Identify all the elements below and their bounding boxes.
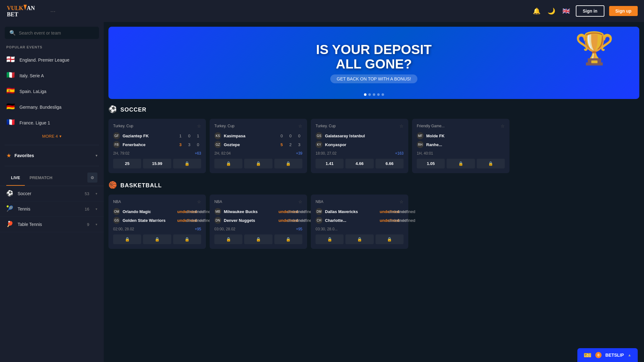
banner-dot-2[interactable]: [368, 93, 371, 96]
score-t2-h2: 3: [186, 142, 192, 147]
odd-btn-locked[interactable]: 🔒: [345, 234, 373, 244]
team-row-2: KY Konyaspor: [316, 141, 404, 148]
more-markets[interactable]: +95: [195, 227, 201, 231]
odd-btn-1[interactable]: 4.66: [345, 159, 373, 168]
more-markets[interactable]: +163: [395, 151, 404, 156]
sidebar-item-ligue1[interactable]: 🇫🇷 France. Ligue 1: [0, 115, 104, 131]
match-time: 02:00, 28.02: [113, 227, 134, 231]
odd-btn-locked[interactable]: 🔒: [214, 159, 242, 168]
favorite-icon[interactable]: ☆: [399, 123, 404, 129]
favorite-icon[interactable]: ☆: [197, 123, 201, 129]
betslip-bar[interactable]: 🎫 0 BETSLIP ▲: [577, 348, 638, 362]
team1-logo: MF: [417, 132, 424, 139]
card-teams: OM Orlando Magic undefined undefined und…: [113, 208, 201, 224]
league-name: Spain. LaLiga: [19, 89, 97, 94]
odd-btn-locked[interactable]: 🔒: [477, 159, 505, 168]
sidebar-sport-table-tennis[interactable]: 🏓 Table Tennis 9 ▾: [0, 217, 104, 232]
odd-btn-2[interactable]: 6.66: [376, 159, 404, 168]
favorite-icon[interactable]: ☆: [197, 199, 201, 204]
basketball-label: BASKETBALL: [120, 182, 162, 189]
soccer-label: SOCCER: [120, 107, 146, 113]
logo[interactable]: VULK AN BET: [6, 3, 44, 19]
score-t1-h1: undefined: [278, 209, 285, 214]
card-footer: 2H, 79:02 +63: [113, 151, 201, 156]
banner-dot-3[interactable]: [373, 93, 375, 96]
team-row-1: KS Kasimpasa 0 0 0: [214, 132, 302, 139]
prematch-tab[interactable]: PREMATCH: [25, 173, 57, 183]
favorite-icon[interactable]: ☆: [298, 199, 302, 204]
search-bar[interactable]: 🔍: [5, 27, 99, 39]
score-t2-h1: 5: [278, 142, 285, 147]
sidebar-item-la-liga[interactable]: 🇪🇸 Spain. LaLiga: [0, 84, 104, 99]
odd-btn-locked[interactable]: 🔒: [113, 234, 141, 244]
sidebar-item-epl[interactable]: 🏴󠁧󠁢󠁥󠁮󠁧󠁿 England. Premier League: [0, 52, 104, 68]
more-markets[interactable]: +63: [195, 151, 201, 156]
odd-btn-locked[interactable]: 🔒: [244, 159, 272, 168]
promo-banner[interactable]: IS YOUR DEPOSIT ALL GONE? GET BACK ON TO…: [108, 27, 639, 99]
sidebar-sport-tennis[interactable]: 🎾 Tennis 16 ▾: [0, 201, 104, 217]
sign-in-button[interactable]: Sign in: [576, 5, 604, 17]
odd-btn-locked[interactable]: 🔒: [316, 234, 344, 244]
card-header: NBA ☆: [316, 199, 404, 204]
language-icon[interactable]: 🇬🇧: [561, 6, 571, 16]
match-card-tc2: Turkey. Cup ☆ KS Kasimpasa 0 0 0 GZ Gozt…: [210, 119, 307, 173]
card-header: Turkey. Cup ☆: [214, 123, 302, 129]
sidebar-item-serie-a[interactable]: 🇮🇹 Italy. Serie A: [0, 68, 104, 84]
more-leagues-button[interactable]: MORE 4 ▾: [0, 131, 104, 142]
match-time: 03:30, 28.0...: [316, 227, 338, 231]
notifications-icon[interactable]: 🔔: [531, 6, 542, 16]
odd-btn-locked[interactable]: 🔒: [244, 234, 272, 244]
more-markets[interactable]: +95: [296, 227, 302, 231]
odd-btn-1[interactable]: 15.99: [143, 159, 171, 168]
score-t2-h2: undefined: [388, 218, 395, 223]
search-input[interactable]: [19, 30, 94, 36]
banner-dot-5[interactable]: [382, 93, 384, 96]
sidebar-sport-soccer[interactable]: ⚽ Soccer 53 ▾: [0, 186, 104, 201]
card-footer: 03:30, 28.0...: [316, 227, 404, 231]
team2-name: Konyaspor: [325, 142, 404, 147]
team2-logo: CH: [316, 217, 322, 224]
odds-row: 1.05🔒🔒: [417, 159, 505, 168]
svg-text:AN: AN: [27, 5, 35, 11]
team1-name: Orlando Magic: [123, 209, 175, 214]
league-name: France. Ligue 1: [19, 120, 97, 125]
card-league: NBA: [113, 200, 121, 204]
sign-up-button[interactable]: Sign up: [609, 6, 638, 16]
odd-btn-locked[interactable]: 🔒: [376, 234, 404, 244]
odd-btn-locked[interactable]: 🔒: [143, 234, 171, 244]
odds-row: 🔒🔒🔒: [214, 234, 302, 244]
banner-title: IS YOUR DEPOSIT ALL GONE?: [316, 42, 432, 71]
sidebar: 🔍 POPULAR EVENTS 🏴󠁧󠁢󠁥󠁮󠁧󠁿 England. Premie…: [0, 22, 104, 362]
sidebar-item-bundesliga[interactable]: 🇩🇪 Germany. Bundesliga: [0, 99, 104, 115]
odd-btn-0[interactable]: 25: [113, 159, 141, 168]
odd-btn-locked[interactable]: 🔒: [173, 159, 201, 168]
favorites-row[interactable]: ★ Favorites ▾: [0, 148, 104, 163]
score-t1-h2: 0: [287, 134, 294, 138]
live-tab[interactable]: LIVE: [6, 173, 25, 183]
betslip-chevron-icon: ▲: [628, 353, 631, 357]
team1-name: Milwaukee Bucks: [224, 209, 276, 214]
match-time: 03:00, 28.02: [214, 227, 235, 231]
team1-name: Gaziantep FK: [123, 134, 175, 138]
odd-btn-locked[interactable]: 🔒: [447, 159, 475, 168]
more-label: MORE 4: [42, 134, 58, 139]
score-t2-h1: undefined: [278, 218, 285, 223]
dark-mode-icon[interactable]: 🌙: [546, 6, 556, 16]
banner-dot-1[interactable]: [364, 93, 366, 96]
odd-btn-0[interactable]: 1.41: [316, 159, 344, 168]
odd-btn-locked[interactable]: 🔒: [274, 234, 302, 244]
filter-button[interactable]: ⚙: [87, 173, 97, 183]
banner-dot-4[interactable]: [377, 93, 380, 96]
betslip-icon: 🎫: [584, 351, 592, 359]
more-markets[interactable]: +39: [296, 151, 302, 156]
favorite-icon[interactable]: ☆: [399, 199, 404, 204]
more-options-button[interactable]: ···: [50, 8, 56, 15]
odd-btn-locked[interactable]: 🔒: [214, 234, 242, 244]
odd-btn-0[interactable]: 1.05: [417, 159, 445, 168]
odd-btn-locked[interactable]: 🔒: [173, 234, 201, 244]
sport-icon: ⚽: [6, 190, 14, 197]
favorite-icon[interactable]: ☆: [298, 123, 302, 129]
score-t1-h3: undefined: [296, 209, 302, 214]
favorite-icon[interactable]: ☆: [501, 123, 505, 129]
odd-btn-locked[interactable]: 🔒: [274, 159, 302, 168]
